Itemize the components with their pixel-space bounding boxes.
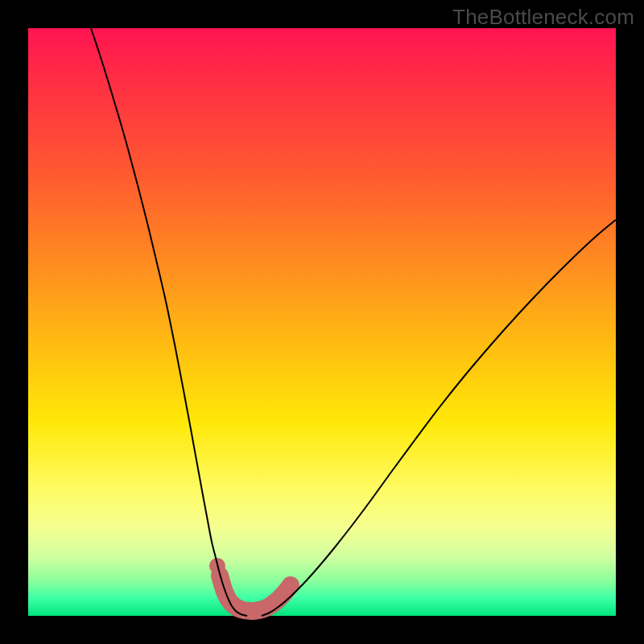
plot-area — [28, 28, 616, 616]
left-curve — [91, 28, 247, 616]
watermark-text: TheBottleneck.com — [452, 5, 634, 30]
right-curve — [262, 220, 616, 616]
chart-frame: TheBottleneck.com — [0, 0, 644, 644]
curves-svg — [28, 28, 616, 616]
